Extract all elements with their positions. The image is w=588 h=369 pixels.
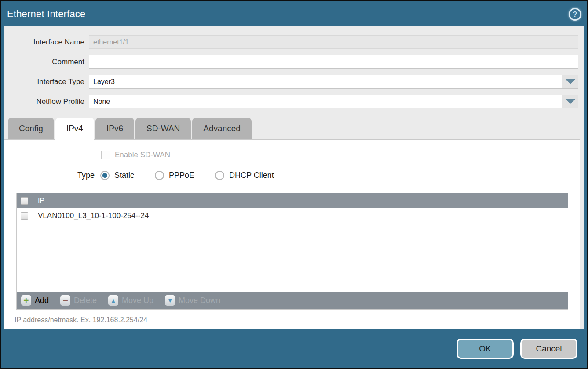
select-all-cell (17, 193, 32, 208)
dialog-footer: OK Cancel (1, 329, 587, 368)
radio-dhcp-client-label: DHCP Client (229, 171, 274, 180)
chevron-down-icon (566, 79, 575, 84)
radio-pppoe[interactable]: PPPoE (155, 171, 194, 180)
netflow-profile-label: Netflow Profile (4, 97, 89, 106)
radio-dhcp-client-icon[interactable] (215, 171, 224, 180)
add-button-label: Add (35, 296, 49, 305)
interface-name-input (89, 35, 578, 49)
interface-type-dropdown-button[interactable] (562, 75, 578, 88)
move-down-button-label: Move Down (179, 296, 220, 305)
cancel-button[interactable]: Cancel (520, 339, 577, 359)
ethernet-interface-dialog: Ethernet Interface ? Interface Name Comm… (0, 0, 588, 369)
ip-column-header[interactable]: IP (32, 197, 44, 205)
type-row: Type Static PPPoE DHCP Client (4, 171, 580, 180)
netflow-profile-value: None (89, 95, 562, 108)
radio-static-icon[interactable] (100, 171, 110, 180)
help-icon[interactable]: ? (569, 8, 581, 21)
move-down-button[interactable]: ▼ Move Down (165, 295, 220, 306)
interface-type-label: Interface Type (4, 77, 89, 86)
interface-type-row: Interface Type Layer3 (4, 72, 584, 92)
tab-strip: Config IPv4 IPv6 SD-WAN Advanced (4, 118, 584, 139)
enable-sdwan-row: Enable SD-WAN (4, 140, 580, 159)
plus-icon: + (21, 295, 31, 306)
move-up-button[interactable]: ▲ Move Up (108, 295, 153, 306)
radio-static-label: Static (114, 171, 134, 180)
radio-dhcp-client[interactable]: DHCP Client (215, 171, 274, 180)
tab-config[interactable]: Config (8, 118, 54, 139)
delete-button-label: Delete (74, 296, 97, 305)
arrow-down-icon: ▼ (165, 295, 175, 306)
chevron-down-icon (566, 99, 575, 104)
table-row[interactable]: VLAN0100_L3_10-1-100-254--24 (17, 208, 568, 223)
row-checkbox[interactable] (21, 212, 28, 220)
ip-format-hint: IP address/netmask. Ex. 192.168.2.254/24 (15, 316, 580, 324)
enable-sdwan-checkbox (101, 151, 110, 159)
select-all-checkbox[interactable] (21, 197, 28, 205)
ip-table-toolbar: + Add − Delete ▲ Move Up ▼ Move Down (17, 292, 568, 309)
dialog-content: Interface Name Comment Interface Type La… (4, 26, 584, 329)
arrow-up-icon: ▲ (108, 295, 118, 306)
type-label: Type (77, 171, 95, 180)
ipv4-tab-panel: Enable SD-WAN Type Static PPPoE DHCP Cli… (4, 139, 580, 329)
netflow-profile-dropdown-button[interactable] (562, 95, 578, 108)
comment-row: Comment (4, 52, 584, 72)
tab-sdwan[interactable]: SD-WAN (135, 118, 191, 139)
ok-button[interactable]: OK (457, 339, 514, 359)
tab-ipv6[interactable]: IPv6 (95, 118, 134, 139)
radio-static[interactable]: Static (100, 171, 134, 180)
comment-label: Comment (4, 58, 89, 66)
delete-button[interactable]: − Delete (60, 295, 97, 306)
ip-table: IP VLAN0100_L3_10-1-100-254--24 + Add (16, 193, 568, 310)
comment-input[interactable] (89, 55, 578, 69)
interface-name-row: Interface Name (4, 32, 584, 52)
ip-row-value: VLAN0100_L3_10-1-100-254--24 (32, 211, 149, 220)
tab-ipv4[interactable]: IPv4 (55, 118, 94, 139)
title-bar: Ethernet Interface ? (1, 1, 587, 26)
add-button[interactable]: + Add (21, 295, 49, 306)
dialog-title: Ethernet Interface (7, 8, 85, 20)
enable-sdwan-label: Enable SD-WAN (115, 151, 170, 159)
radio-pppoe-label: PPPoE (169, 171, 194, 180)
radio-pppoe-icon[interactable] (155, 171, 164, 180)
move-up-button-label: Move Up (122, 296, 153, 305)
row-checkbox-cell (17, 208, 32, 223)
tab-advanced[interactable]: Advanced (192, 118, 252, 139)
netflow-profile-row: Netflow Profile None (4, 92, 584, 111)
ip-table-header: IP (17, 193, 568, 208)
minus-icon: − (60, 295, 70, 306)
interface-name-label: Interface Name (4, 38, 89, 47)
netflow-profile-dropdown[interactable]: None (89, 95, 578, 108)
interface-type-value: Layer3 (89, 75, 562, 88)
ip-table-body: VLAN0100_L3_10-1-100-254--24 (17, 208, 568, 292)
interface-type-dropdown[interactable]: Layer3 (89, 75, 578, 89)
